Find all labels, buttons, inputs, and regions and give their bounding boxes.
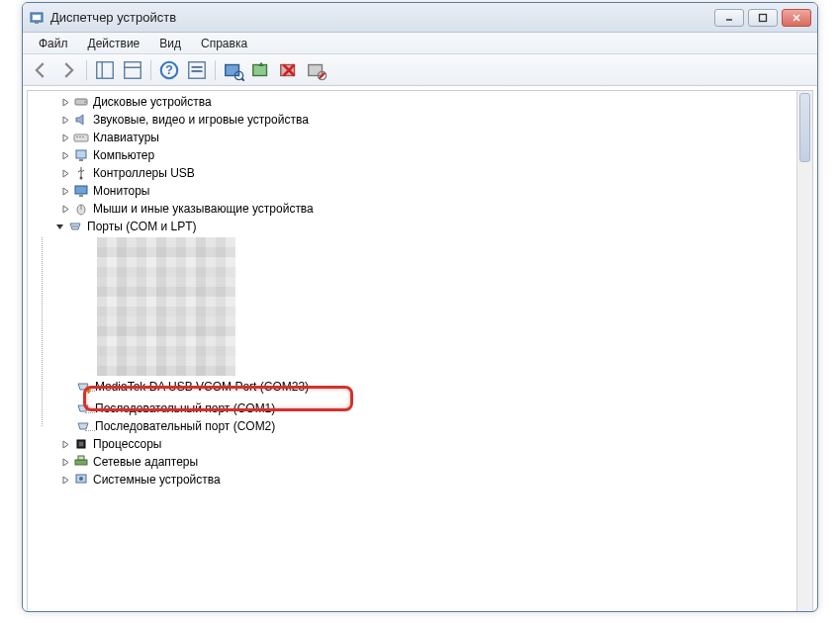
disk-icon xyxy=(73,94,89,110)
svg-rect-7 xyxy=(97,61,114,78)
svg-rect-16 xyxy=(226,64,239,75)
tree-label: Клавиатуры xyxy=(93,129,159,146)
back-button[interactable] xyxy=(29,58,52,82)
tree-node-computer[interactable]: Компьютер xyxy=(32,146,810,164)
tree-node-serial2[interactable]: Последовательный порт (COM2) xyxy=(75,417,810,435)
svg-line-18 xyxy=(241,78,244,81)
chevron-right-icon[interactable] xyxy=(59,169,71,178)
tree-label: Компьютер xyxy=(93,146,154,164)
tree-label: Контроллеры USB xyxy=(93,164,195,182)
action-details-button[interactable] xyxy=(185,58,209,82)
svg-rect-31 xyxy=(82,136,84,137)
svg-rect-15 xyxy=(192,70,203,72)
chevron-right-icon[interactable] xyxy=(59,98,71,107)
svg-rect-19 xyxy=(253,64,267,75)
computer-icon xyxy=(73,147,89,163)
svg-rect-28 xyxy=(74,134,88,141)
svg-rect-29 xyxy=(76,136,78,137)
menu-help[interactable]: Справка xyxy=(191,35,257,52)
chevron-down-icon[interactable] xyxy=(53,222,65,231)
device-tree-panel: Дисковые устройства Звуковые, видео и иг… xyxy=(27,90,813,612)
svg-rect-35 xyxy=(75,186,87,194)
obscured-area xyxy=(97,237,235,376)
svg-rect-9 xyxy=(125,61,141,78)
chevron-right-icon[interactable] xyxy=(59,151,71,160)
chevron-right-icon[interactable] xyxy=(59,116,71,125)
svg-point-40 xyxy=(74,225,76,227)
tree-node-serial1[interactable]: Последовательный порт (COM1) xyxy=(75,400,810,417)
tree-node-keyboard[interactable]: Клавиатуры xyxy=(32,129,810,146)
scan-hardware-button[interactable] xyxy=(222,58,245,82)
help-button[interactable]: ? xyxy=(157,58,181,82)
svg-rect-33 xyxy=(79,159,83,161)
device-manager-window: Диспетчер устройств Файл Действие Вид Сп… xyxy=(22,2,818,612)
tree-node-system[interactable]: Системные устройства xyxy=(32,471,810,489)
port-warning-icon: ! xyxy=(75,379,91,395)
tree-label: Мыши и иные указывающие устройства xyxy=(93,200,314,218)
scrollbar-thumb[interactable] xyxy=(799,93,810,162)
cpu-icon xyxy=(73,436,89,452)
chevron-right-icon[interactable] xyxy=(59,458,71,467)
minimize-button[interactable] xyxy=(714,9,744,27)
svg-point-34 xyxy=(80,177,83,180)
svg-point-48 xyxy=(79,477,83,481)
tree-label: Последовательный порт (COM1) xyxy=(95,400,275,417)
tree-node-network[interactable]: Сетевые адаптеры xyxy=(32,453,810,471)
app-icon xyxy=(29,10,45,26)
tree-label: Дисковые устройства xyxy=(93,93,212,111)
toolbar: ? xyxy=(23,54,817,86)
disable-button[interactable] xyxy=(305,58,328,82)
tree-node-mouse[interactable]: Мыши и иные указывающие устройства xyxy=(32,200,810,218)
tree-label: MediaTek DA USB VCOM Port (COM23) xyxy=(95,378,309,396)
menu-action[interactable]: Действие xyxy=(78,35,150,52)
svg-text:?: ? xyxy=(165,63,173,77)
tree-label: Системные устройства xyxy=(93,471,221,489)
port-icon xyxy=(75,418,91,434)
svg-rect-1 xyxy=(33,15,41,20)
vertical-scrollbar[interactable] xyxy=(796,91,812,612)
svg-point-27 xyxy=(84,101,86,103)
maximize-button[interactable] xyxy=(748,9,778,27)
svg-rect-4 xyxy=(760,14,767,21)
uninstall-button[interactable] xyxy=(277,58,301,82)
svg-rect-36 xyxy=(79,195,83,197)
port-icon xyxy=(75,400,91,416)
tree-node-disk[interactable]: Дисковые устройства xyxy=(32,93,810,111)
menu-file[interactable]: Файл xyxy=(29,35,78,52)
tree-node-audio[interactable]: Звуковые, видео и игровые устройства xyxy=(32,111,810,129)
monitor-icon xyxy=(73,183,89,199)
tree-label: Порты (COM и LPT) xyxy=(87,218,197,235)
titlebar: Диспетчер устройств xyxy=(23,3,817,33)
close-button[interactable] xyxy=(782,9,811,27)
tree-label: Процессоры xyxy=(93,435,162,453)
tree-node-monitor[interactable]: Мониторы xyxy=(32,182,810,200)
chevron-right-icon[interactable] xyxy=(59,134,71,142)
chevron-right-icon[interactable] xyxy=(59,440,71,449)
chevron-right-icon[interactable] xyxy=(59,476,71,485)
svg-rect-14 xyxy=(192,65,203,67)
menu-view[interactable]: Вид xyxy=(149,35,191,52)
chevron-right-icon[interactable] xyxy=(59,205,71,214)
menubar: Файл Действие Вид Справка xyxy=(23,33,817,54)
svg-point-41 xyxy=(76,225,78,227)
update-driver-button[interactable] xyxy=(249,58,273,82)
system-icon xyxy=(73,472,89,488)
mouse-icon xyxy=(73,201,89,217)
svg-rect-44 xyxy=(79,442,83,446)
forward-button[interactable] xyxy=(56,58,80,82)
chevron-right-icon[interactable] xyxy=(59,187,71,196)
window-title: Диспетчер устройств xyxy=(50,10,714,25)
tree-node-usb[interactable]: Контроллеры USB xyxy=(32,164,810,182)
device-tree[interactable]: Дисковые устройства Звуковые, видео и иг… xyxy=(28,91,812,490)
tree-label: Последовательный порт (COM2) xyxy=(95,417,275,435)
tree-node-mediatek[interactable]: ! MediaTek DA USB VCOM Port (COM23) xyxy=(75,378,810,396)
tree-label: Сетевые адаптеры xyxy=(93,453,198,471)
tree-node-ports[interactable]: Порты (COM и LPT) xyxy=(32,218,810,235)
tree-node-cpu[interactable]: Процессоры xyxy=(32,435,810,453)
svg-rect-23 xyxy=(309,64,323,75)
network-icon xyxy=(73,454,89,470)
speaker-icon xyxy=(73,112,89,128)
tree-label: Звуковые, видео и игровые устройства xyxy=(93,111,309,129)
properties-button[interactable] xyxy=(121,58,144,82)
show-hide-tree-button[interactable] xyxy=(93,58,117,82)
